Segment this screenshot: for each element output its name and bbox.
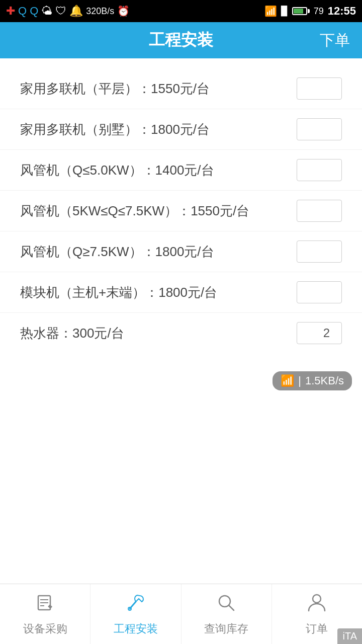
form-item-item3: 风管机（Q≤5.0KW）：1400元/台 <box>0 150 362 191</box>
q-icon-2: Q <box>30 5 38 18</box>
form-item-item4: 风管机（5KW≤Q≤7.5KW）：1550元/台 <box>0 191 362 231</box>
form-item-label-item3: 风管机（Q≤5.0KW）：1400元/台 <box>20 162 297 179</box>
form-item-label-item4: 风管机（5KW≤Q≤7.5KW）：1550元/台 <box>20 202 297 220</box>
nav-label-equipment: 设备采购 <box>23 621 67 636</box>
battery-icon <box>292 7 310 15</box>
form-item-input-item7[interactable] <box>297 322 342 344</box>
svg-line-8 <box>229 605 234 610</box>
form-item-item2: 家用多联机（别墅）：1800元/台 <box>0 109 362 150</box>
cloud-icon: 🌤 <box>41 5 52 18</box>
status-left-icons: ✚ Q Q 🌤 🛡 🔔 320B/s ⏰ <box>6 5 130 18</box>
header-title: 工程安装 <box>149 29 213 51</box>
wifi-speed-icon: 📶 <box>281 374 294 387</box>
nav-item-inventory[interactable]: 查询库存 <box>182 584 272 644</box>
shield-icon: 🛡 <box>55 5 66 18</box>
wrench-icon <box>125 592 147 618</box>
form-item-input-item3[interactable] <box>297 159 342 181</box>
ita-watermark: iTA <box>337 628 362 644</box>
battery-percent: 79 <box>314 6 324 17</box>
form-item-input-item1[interactable] <box>297 77 342 100</box>
form-item-input-item4[interactable] <box>297 200 342 222</box>
form-content: 家用多联机（平层）：1550元/台家用多联机（别墅）：1800元/台风管机（Q≤… <box>0 58 362 584</box>
form-item-item7: 热水器：300元/台 <box>0 313 362 353</box>
signal-icon: ▉ <box>281 6 288 17</box>
speed-value: | <box>298 374 301 387</box>
nav-item-installation[interactable]: 工程安装 <box>90 584 181 644</box>
form-item-label-item6: 模块机（主机+末端）：1800元/台 <box>20 284 297 301</box>
clock-icon: ⏰ <box>117 5 130 17</box>
form-item-label-item1: 家用多联机（平层）：1550元/台 <box>20 80 297 98</box>
form-item-label-item2: 家用多联机（别墅）：1800元/台 <box>20 121 297 138</box>
form-item-item1: 家用多联机（平层）：1550元/台 <box>0 68 362 109</box>
form-item-input-item5[interactable] <box>297 240 342 263</box>
nav-label-installation: 工程安装 <box>114 621 158 636</box>
edit-icon <box>34 592 56 618</box>
form-item-label-item5: 风管机（Q≥7.5KW）：1800元/台 <box>20 243 297 261</box>
network-speed: 320B/s <box>86 6 114 17</box>
header: 工程安装 下单 <box>0 22 362 58</box>
q-icon-1: Q <box>18 5 27 18</box>
form-item-input-item2[interactable] <box>297 118 342 140</box>
submit-order-button[interactable]: 下单 <box>320 30 350 51</box>
speed-badge: 📶 | 1.5KB/s <box>273 371 352 390</box>
form-item-item5: 风管机（Q≥7.5KW）：1800元/台 <box>0 231 362 272</box>
form-item-item6: 模块机（主机+末端）：1800元/台 <box>0 272 362 313</box>
form-item-label-item7: 热水器：300元/台 <box>20 325 297 342</box>
nav-label-orders: 订单 <box>306 621 328 636</box>
form-item-input-item6[interactable] <box>297 281 342 303</box>
form-items-container: 家用多联机（平层）：1550元/台家用多联机（别墅）：1800元/台风管机（Q≤… <box>0 68 362 353</box>
red-cross-icon: ✚ <box>6 5 15 18</box>
speed-indicator: 📶 | 1.5KB/s <box>0 363 362 398</box>
speed-text: 1.5KB/s <box>305 374 344 387</box>
status-bar: ✚ Q Q 🌤 🛡 🔔 320B/s ⏰ 📶 ▉ 79 12:55 <box>0 0 362 22</box>
search-icon <box>215 592 237 618</box>
nav-label-inventory: 查询库存 <box>204 621 248 636</box>
person-icon <box>306 592 328 618</box>
bottom-nav: 设备采购 工程安装 查询库存 订单 <box>0 584 362 644</box>
status-time: 12:55 <box>328 5 356 18</box>
wifi-icon: 📶 <box>264 5 277 17</box>
status-right-info: 📶 ▉ 79 12:55 <box>264 5 356 18</box>
svg-point-9 <box>313 595 321 603</box>
bell-icon: 🔔 <box>69 5 83 18</box>
nav-item-equipment[interactable]: 设备采购 <box>0 584 90 644</box>
